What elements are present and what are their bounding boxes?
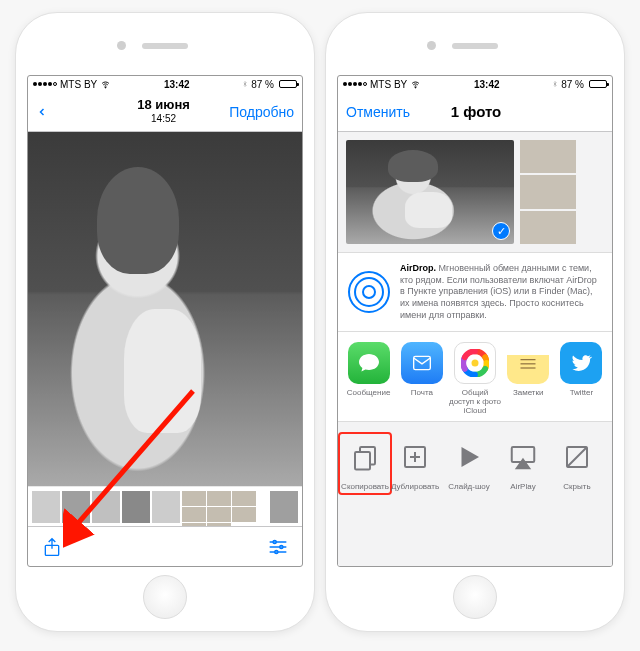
canvas: MTS BY 13:42 87 % 18 июня 14:52	[0, 0, 640, 644]
action-duplicate[interactable]: Дублировать	[388, 436, 442, 491]
phone-speaker	[142, 43, 188, 49]
action-slideshow[interactable]: Слайд-шоу	[442, 436, 496, 491]
phone-right: MTS BY 13:42 87 % Отменить 1 фото	[325, 12, 625, 632]
svg-point-10	[415, 87, 416, 88]
status-bar: MTS BY 13:42 87 %	[338, 76, 612, 92]
phone-speaker	[452, 43, 498, 49]
home-button[interactable]	[453, 575, 497, 619]
share-app-twitter[interactable]: Twitter	[555, 342, 608, 415]
back-button[interactable]	[36, 103, 98, 121]
icloud-photo-icon	[454, 342, 496, 384]
svg-line-25	[567, 447, 587, 467]
status-time: 13:42	[111, 79, 242, 90]
battery-percent: 87 %	[561, 79, 584, 90]
action-label: Скопировать	[341, 482, 389, 491]
screen-right: MTS BY 13:42 87 % Отменить 1 фото	[337, 75, 613, 567]
share-app-notes[interactable]: Заметки	[502, 342, 555, 415]
photo-viewer[interactable]	[28, 132, 302, 486]
screen-left: MTS BY 13:42 87 % 18 июня 14:52	[27, 75, 303, 567]
share-app-icloud[interactable]: Общий доступ к фото iCloud	[448, 342, 501, 415]
airdrop-section[interactable]: AirDrop. Мгновенный обмен данными с теми…	[338, 252, 612, 332]
notes-icon	[507, 342, 549, 384]
phone-camera	[427, 41, 436, 50]
details-button[interactable]: Подробно	[229, 104, 294, 120]
status-left: MTS BY	[343, 79, 421, 90]
bottom-toolbar	[28, 526, 302, 566]
app-label: Twitter	[570, 388, 594, 397]
status-right: 87 %	[552, 79, 607, 90]
sliders-icon	[267, 537, 289, 557]
svg-rect-11	[413, 357, 430, 370]
action-label: Дублировать	[391, 482, 439, 491]
phone-left: MTS BY 13:42 87 % 18 июня 14:52	[15, 12, 315, 632]
photo-date: 18 июня	[98, 98, 229, 113]
svg-marker-23	[517, 460, 530, 469]
selected-photo[interactable]: ✓	[346, 140, 514, 244]
app-label: Заметки	[513, 388, 544, 397]
airplay-icon	[502, 436, 544, 478]
action-airplay[interactable]: AirPlay	[496, 436, 550, 491]
share-app-mail[interactable]: Почта	[395, 342, 448, 415]
share-apps-row: Сообщение Почта Общий доступ к фото iClo…	[338, 332, 612, 422]
battery-icon	[589, 80, 607, 88]
svg-marker-21	[462, 447, 480, 467]
mail-icon	[401, 342, 443, 384]
thumbnail-strip[interactable]	[28, 486, 302, 526]
status-time: 13:42	[421, 79, 552, 90]
status-bar: MTS BY 13:42 87 %	[28, 76, 302, 92]
duplicate-icon	[394, 436, 436, 478]
action-copy[interactable]: Скопировать	[338, 432, 392, 495]
status-right: 87 %	[242, 79, 297, 90]
app-label: Почта	[411, 388, 433, 397]
carrier-label: MTS BY	[60, 79, 97, 90]
messages-icon	[348, 342, 390, 384]
svg-point-12	[472, 360, 479, 367]
airdrop-icon	[348, 271, 390, 313]
action-label: AirPlay	[510, 482, 535, 491]
battery-icon	[279, 80, 297, 88]
bluetooth-icon	[552, 79, 558, 89]
copy-icon	[344, 436, 386, 478]
app-label: Сообщение	[347, 388, 391, 397]
selected-photos-row[interactable]: ✓	[338, 132, 612, 252]
nav-bar: Отменить 1 фото	[338, 92, 612, 132]
nav-bar: 18 июня 14:52 Подробно	[28, 92, 302, 132]
action-label: Слайд-шоу	[448, 482, 489, 491]
wifi-icon	[100, 80, 111, 89]
phone-camera	[117, 41, 126, 50]
hide-icon	[556, 436, 598, 478]
wifi-icon	[410, 80, 421, 89]
action-label: Скрыть	[563, 482, 590, 491]
nav-title: 1 фото	[410, 103, 542, 120]
airdrop-text: AirDrop. Мгновенный обмен данными с теми…	[400, 263, 602, 321]
chevron-left-icon	[36, 103, 48, 121]
adjust-button[interactable]	[266, 535, 290, 559]
airdrop-title: AirDrop.	[400, 263, 436, 273]
signal-dots-icon	[343, 82, 367, 86]
photo-time: 14:52	[98, 113, 229, 125]
selection-check-icon: ✓	[492, 222, 510, 240]
twitter-icon	[560, 342, 602, 384]
photo-content	[28, 132, 302, 486]
share-actions-row: Скопировать Дублировать Слайд-шоу	[338, 422, 612, 497]
status-left: MTS BY	[33, 79, 111, 90]
svg-rect-17	[355, 452, 370, 470]
bluetooth-icon	[242, 79, 248, 89]
nav-title-block: 18 июня 14:52	[98, 98, 229, 124]
share-icon	[42, 535, 62, 559]
battery-percent: 87 %	[251, 79, 274, 90]
share-app-messages[interactable]: Сообщение	[342, 342, 395, 415]
adjacent-thumbnails[interactable]	[520, 140, 576, 244]
share-button[interactable]	[40, 535, 64, 559]
carrier-label: MTS BY	[370, 79, 407, 90]
app-label: Общий доступ к фото iCloud	[448, 388, 501, 415]
home-button[interactable]	[143, 575, 187, 619]
play-icon	[448, 436, 490, 478]
signal-dots-icon	[33, 82, 57, 86]
share-sheet: ✓ AirDrop. Мгновенный обмен данными с те…	[338, 132, 612, 566]
action-hide[interactable]: Скрыть	[550, 436, 604, 491]
svg-point-0	[105, 87, 106, 88]
cancel-button[interactable]: Отменить	[346, 104, 410, 120]
